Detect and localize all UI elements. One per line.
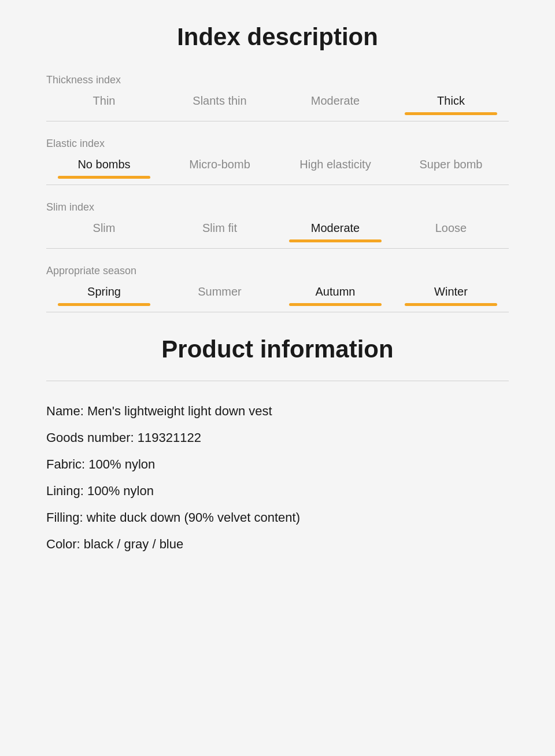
elastic-super-bomb: Super bomb — [393, 158, 509, 179]
season-autumn: Autumn — [278, 285, 393, 306]
thickness-moderate: Moderate — [278, 94, 393, 115]
slim-slim: Slim — [46, 222, 162, 242]
elastic-no-bombs-indicator — [58, 176, 150, 179]
product-filling: Filling: white duck down (90% velvet con… — [46, 505, 509, 530]
slim-loose-indicator — [405, 239, 497, 242]
season-autumn-indicator — [289, 303, 382, 306]
thickness-slants-thin-indicator — [173, 112, 266, 115]
thickness-thin: Thin — [46, 94, 162, 115]
thickness-index-row: Thin Slants thin Moderate Thick — [46, 94, 509, 115]
season-label: Appropriate season — [46, 265, 509, 277]
thickness-divider — [46, 121, 509, 121]
elastic-index-row: No bombs Micro-bomb High elasticity Supe… — [46, 158, 509, 179]
season-divider — [46, 312, 509, 312]
season-spring: Spring — [46, 285, 162, 306]
slim-moderate-indicator — [289, 239, 382, 242]
thickness-index-section: Thickness index Thin Slants thin Moderat… — [46, 74, 509, 115]
season-section: Appropriate season Spring Summer Autumn … — [46, 265, 509, 306]
elastic-high-elasticity-indicator — [289, 176, 382, 179]
product-info-section: Product information Name: Men's lightwei… — [46, 335, 509, 557]
thickness-slants-thin: Slants thin — [162, 94, 278, 115]
slim-loose: Loose — [393, 222, 509, 242]
thickness-thin-indicator — [58, 112, 150, 115]
thickness-thick-indicator — [405, 112, 497, 115]
elastic-index-section: Elastic index No bombs Micro-bomb High e… — [46, 138, 509, 179]
product-info-divider — [46, 381, 509, 381]
slim-index-row: Slim Slim fit Moderate Loose — [46, 222, 509, 242]
slim-index-label: Slim index — [46, 201, 509, 213]
season-row: Spring Summer Autumn Winter — [46, 285, 509, 306]
slim-moderate: Moderate — [278, 222, 393, 242]
elastic-micro-bomb: Micro-bomb — [162, 158, 278, 179]
elastic-super-bomb-indicator — [405, 176, 497, 179]
product-goods-number: Goods number: 119321122 — [46, 425, 509, 451]
season-summer-indicator — [173, 303, 266, 306]
slim-index-section: Slim index Slim Slim fit Moderate Loose — [46, 201, 509, 242]
slim-divider — [46, 248, 509, 249]
product-info-title: Product information — [46, 335, 509, 363]
elastic-micro-bomb-indicator — [173, 176, 266, 179]
season-winter-indicator — [405, 303, 497, 306]
elastic-no-bombs: No bombs — [46, 158, 162, 179]
season-summer: Summer — [162, 285, 278, 306]
season-winter: Winter — [393, 285, 509, 306]
elastic-high-elasticity: High elasticity — [278, 158, 393, 179]
product-details: Name: Men's lightweight light down vest … — [46, 399, 509, 557]
product-fabric: Fabric: 100% nylon — [46, 452, 509, 477]
thickness-index-label: Thickness index — [46, 74, 509, 86]
slim-slim-indicator — [58, 239, 150, 242]
slim-slim-fit: Slim fit — [162, 222, 278, 242]
product-lining: Lining: 100% nylon — [46, 478, 509, 504]
thickness-moderate-indicator — [289, 112, 382, 115]
thickness-thick: Thick — [393, 94, 509, 115]
index-description-title: Index description — [46, 23, 509, 51]
elastic-index-label: Elastic index — [46, 138, 509, 150]
elastic-divider — [46, 185, 509, 185]
product-name: Name: Men's lightweight light down vest — [46, 399, 509, 424]
season-spring-indicator — [58, 303, 150, 306]
product-color: Color: black / gray / blue — [46, 532, 509, 557]
slim-slim-fit-indicator — [173, 239, 266, 242]
